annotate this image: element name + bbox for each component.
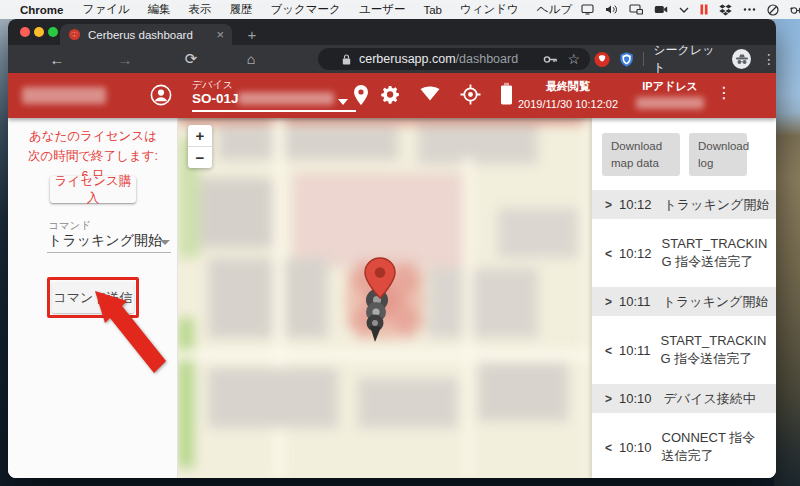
command-select[interactable]: トラッキング開始 xyxy=(48,232,162,250)
username-redacted xyxy=(22,87,106,104)
outgoing-chevron-icon: > xyxy=(605,295,612,309)
app-header: デバイス SO-01J 最終閲覧 2019/11/30 10:12:02 IPア… xyxy=(8,73,776,118)
desktop-wallpaper xyxy=(774,19,800,486)
log-entry[interactable]: > 10:10 デバイス接続中 xyxy=(592,384,776,413)
command-label: コマンド xyxy=(48,219,91,233)
menu-item-window[interactable]: ウィンドウ xyxy=(460,2,519,17)
forward-icon[interactable]: → xyxy=(112,51,138,68)
window-zoom-button[interactable] xyxy=(48,27,58,37)
tab-close-icon[interactable]: × xyxy=(216,27,224,42)
menu-item-chrome[interactable]: Chrome xyxy=(20,4,63,16)
outgoing-chevron-icon: > xyxy=(605,392,612,406)
map-area[interactable]: + − xyxy=(178,118,592,478)
device-location-marker[interactable] xyxy=(350,250,410,350)
device-label: デバイス xyxy=(192,78,233,92)
chrome-window: Cerberus dashboard × + ← → ⟳ ⌂ cerberusa… xyxy=(8,19,776,478)
device-select-underline xyxy=(192,110,356,112)
camera-icon[interactable] xyxy=(654,5,668,14)
log-entry[interactable]: <10:10 CONNECT 指令送信完了 xyxy=(592,426,776,468)
menu-item-tab[interactable]: Tab xyxy=(423,4,442,16)
incoming-chevron-icon: < xyxy=(605,247,612,261)
map-zoom-control: + − xyxy=(188,125,212,168)
ellipsis-icon[interactable] xyxy=(743,7,756,12)
menu-item-view[interactable]: 表示 xyxy=(189,2,212,17)
send-command-button[interactable]: コマンド送信 xyxy=(52,282,134,313)
last-seen-label: 最終閲覧 xyxy=(506,79,630,94)
shield-extension-icon[interactable] xyxy=(619,51,634,68)
browser-toolbar: ← → ⟳ ⌂ cerberusapp.com/dashboard ☆ シークレ… xyxy=(8,45,776,73)
device-dropdown-icon[interactable] xyxy=(338,99,348,105)
incoming-chevron-icon: < xyxy=(605,441,612,455)
address-bar[interactable]: cerberusapp.com/dashboard ☆ xyxy=(318,48,590,70)
outgoing-chevron-icon: > xyxy=(605,198,612,212)
log-entries: > 10:12 トラッキング開始 <10:12 START_TRACKING 指… xyxy=(592,190,776,478)
menu-item-file[interactable]: ファイル xyxy=(82,2,129,17)
device-select[interactable]: SO-01J xyxy=(192,91,239,106)
header-menu-icon[interactable]: ⋮ xyxy=(716,83,732,102)
do-not-disturb-icon[interactable] xyxy=(767,4,779,16)
log-entry[interactable]: > 10:12 トラッキング開始 xyxy=(592,190,776,219)
menu-item-users[interactable]: ユーザー xyxy=(359,2,406,17)
toolbar-separator xyxy=(643,52,644,66)
incoming-chevron-icon: < xyxy=(605,344,612,358)
device-id-redacted xyxy=(238,92,334,105)
log-entry[interactable]: <10:12 START_TRACKING 指令送信完了 xyxy=(592,232,776,274)
cerberus-extension-icon[interactable] xyxy=(594,51,610,68)
incognito-label: シークレット xyxy=(653,42,723,76)
wifi-icon[interactable] xyxy=(420,86,440,101)
dropbox-icon[interactable] xyxy=(719,4,732,16)
sidecar-glasses-icon[interactable] xyxy=(790,6,800,14)
tab-title: Cerberus dashboard xyxy=(88,29,210,41)
url-host: cerberusapp.com xyxy=(359,52,456,66)
ip-address-label: IPアドレス xyxy=(634,79,706,94)
location-pin-icon[interactable] xyxy=(352,84,370,106)
screen-share-icon[interactable] xyxy=(629,4,643,15)
window-close-button[interactable] xyxy=(20,27,30,37)
download-log-button[interactable]: Download log xyxy=(689,133,747,176)
window-minimize-button[interactable] xyxy=(34,27,44,37)
home-icon[interactable]: ⌂ xyxy=(238,51,264,67)
left-sidebar: あなたのライセンスは次の時間で終了します: 6 日 ライセンス購入 コマンド ト… xyxy=(8,118,178,478)
display-icon[interactable] xyxy=(581,4,594,15)
pause-icon[interactable] xyxy=(700,4,708,15)
reload-icon[interactable]: ⟳ xyxy=(178,50,204,68)
zoom-in-button[interactable]: + xyxy=(188,125,212,146)
gps-locate-icon[interactable] xyxy=(460,84,481,105)
chevron-down-icon[interactable] xyxy=(679,7,689,13)
account-icon[interactable] xyxy=(150,84,172,106)
settings-gear-icon[interactable] xyxy=(380,84,401,105)
menu-item-help[interactable]: ヘルプ xyxy=(537,2,572,17)
bookmark-star-icon[interactable]: ☆ xyxy=(567,51,580,67)
ip-address-redacted xyxy=(636,97,704,109)
command-dropdown-icon[interactable] xyxy=(160,240,170,245)
last-seen-value: 2019/11/30 10:12:02 xyxy=(506,98,630,110)
incognito-avatar[interactable] xyxy=(732,49,751,69)
menu-item-edit[interactable]: 編集 xyxy=(148,2,171,17)
command-select-underline xyxy=(47,252,171,253)
new-tab-button[interactable]: + xyxy=(240,24,264,45)
tab-cerberus-dashboard[interactable]: Cerberus dashboard × xyxy=(60,24,232,45)
url-path: /dashboard xyxy=(456,52,519,66)
browser-menu-icon[interactable]: ⋮ xyxy=(762,51,776,67)
back-icon[interactable]: ← xyxy=(44,51,70,68)
volume-icon[interactable] xyxy=(605,4,618,15)
password-key-icon[interactable] xyxy=(543,55,558,64)
macos-menu-bar: Chrome ファイル 編集 表示 履歴 ブックマーク ユーザー Tab ウィン… xyxy=(0,0,800,19)
menu-item-bookmarks[interactable]: ブックマーク xyxy=(271,2,341,17)
menu-item-history[interactable]: 履歴 xyxy=(230,2,253,17)
buy-license-button[interactable]: ライセンス購入 xyxy=(50,176,136,203)
url-text: cerberusapp.com/dashboard xyxy=(359,52,518,66)
log-panel: Download map data Download log > 10:12 ト… xyxy=(592,118,776,478)
cerberus-favicon xyxy=(68,28,81,41)
lock-icon[interactable] xyxy=(342,54,351,65)
log-entry[interactable]: <10:11 START_TRACKING 指令送信完了 xyxy=(592,329,776,371)
download-map-data-button[interactable]: Download map data xyxy=(602,133,680,176)
zoom-out-button[interactable]: − xyxy=(188,147,212,168)
log-entry[interactable]: > 10:11 トラッキング開始 xyxy=(592,287,776,316)
